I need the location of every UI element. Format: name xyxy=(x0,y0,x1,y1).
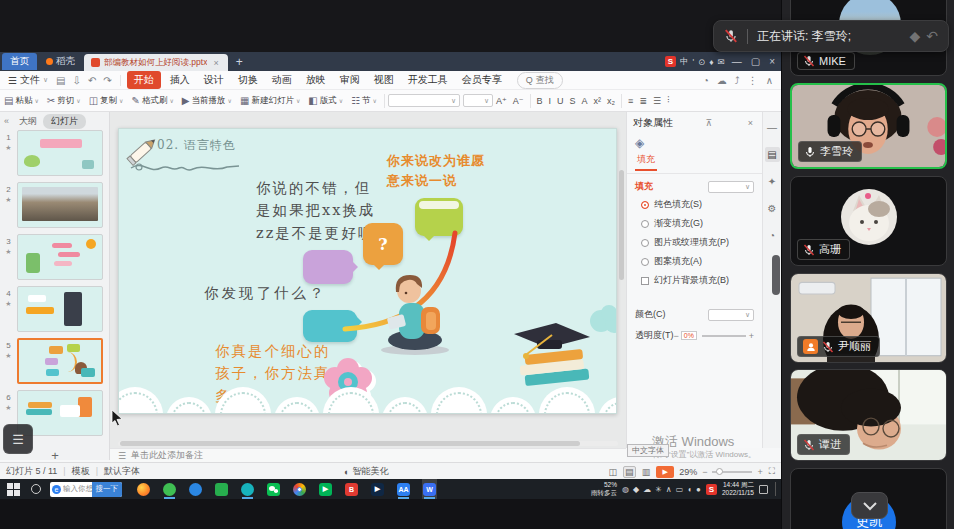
weather-widget[interactable]: 52% 雨转多云 xyxy=(591,481,617,497)
slide-thumb-row[interactable]: 4★ xyxy=(0,284,110,336)
menu-设计[interactable]: 设计 xyxy=(197,71,231,89)
format-x₂[interactable]: x₂ xyxy=(604,96,618,106)
restore-button[interactable]: ▢ xyxy=(751,56,760,67)
canvas-vertical-scrollbar[interactable] xyxy=(619,170,624,280)
wps-office[interactable]: W xyxy=(422,479,437,499)
participant-tile-yinshunli[interactable]: 尹顺丽 xyxy=(790,273,947,363)
fill-option[interactable]: 图片或纹理填充(P) xyxy=(627,233,762,252)
save-icon[interactable]: ▤ xyxy=(56,75,65,86)
slide-thumb-row[interactable]: 5★ xyxy=(0,336,110,388)
search-go-button[interactable]: 搜一下 xyxy=(92,482,123,497)
slide-thumbnail-2[interactable] xyxy=(17,182,103,228)
taskbar-search-box[interactable]: e 输入你想搜的 搜一下 xyxy=(50,482,122,497)
ime-glyph-2[interactable]: ⊙ xyxy=(698,57,705,67)
menu-会员专享[interactable]: 会员专享 xyxy=(455,71,509,89)
format-x²[interactable]: x² xyxy=(591,96,605,106)
slide-thumb-row[interactable]: 3★ xyxy=(0,232,110,284)
cortana-search-icon[interactable] xyxy=(31,484,41,494)
close-tab-icon[interactable]: × xyxy=(211,58,220,68)
app-green-circle[interactable] xyxy=(162,479,177,499)
participant-tile-lixueling[interactable]: 李雪玲 xyxy=(790,83,947,169)
app-green-square[interactable] xyxy=(214,479,229,499)
tray-icon-6[interactable]: ◖ xyxy=(687,485,692,494)
align-button-3[interactable]: ⫶ xyxy=(664,95,672,106)
menu-放映[interactable]: 放映 xyxy=(299,71,333,89)
tray-icon-2[interactable]: ☁ xyxy=(643,485,651,494)
participant-tile-gaoshan[interactable]: 高珊 xyxy=(790,176,947,266)
app-teal-circle[interactable] xyxy=(240,479,255,499)
slide-thumb-row[interactable]: 2★ xyxy=(0,180,110,232)
ribbon-复制[interactable]: ◫复制∨ xyxy=(85,95,128,107)
ime-glyph-1[interactable]: ' xyxy=(692,57,694,67)
menu-切换[interactable]: 切换 xyxy=(231,71,265,89)
checkbox-control[interactable] xyxy=(641,277,649,285)
strip-icon-1[interactable]: ▤ xyxy=(765,147,780,162)
radio-control[interactable] xyxy=(641,220,649,228)
ribbon-当前播放[interactable]: ▶当前播放∨ xyxy=(178,95,236,107)
share-icon[interactable]: ⤴ xyxy=(735,75,740,86)
transparency-minus-button[interactable]: − xyxy=(674,331,679,341)
show-desktop-button[interactable] xyxy=(775,482,777,496)
ribbon-版式[interactable]: ◧版式∨ xyxy=(304,95,347,107)
ribbon-新建幻灯片[interactable]: ▦新建幻灯片∨ xyxy=(236,95,304,107)
zoom-out-button[interactable]: − xyxy=(702,467,707,477)
back-arrow-icon[interactable]: ↶ xyxy=(926,28,938,44)
slide-thumbnail-5-active[interactable] xyxy=(17,338,103,384)
fill-option[interactable]: 渐变填充(G) xyxy=(627,214,762,233)
menu-审阅[interactable]: 审阅 xyxy=(333,71,367,89)
tab-home[interactable]: 首页 xyxy=(2,53,37,70)
font-size-select[interactable]: ∨ xyxy=(463,94,493,107)
video-play-app[interactable]: ▶ xyxy=(370,479,385,499)
beautify-button[interactable]: ◐ 智能美化 xyxy=(344,463,388,480)
menu-开发工具[interactable]: 开发工具 xyxy=(401,71,455,89)
redo-icon[interactable]: ↷ xyxy=(103,75,111,86)
fill-option[interactable]: 纯色填充(S) xyxy=(627,195,762,214)
increase-font-button[interactable]: A⁺ xyxy=(493,96,510,106)
tray-icon-0[interactable]: ◍ xyxy=(622,485,629,494)
menu-视图[interactable]: 视图 xyxy=(367,71,401,89)
ribbon-粘贴[interactable]: ▤粘贴∨ xyxy=(0,95,43,107)
transparency-plus-button[interactable]: + xyxy=(749,331,754,341)
radio-control[interactable] xyxy=(641,258,649,266)
slide-section-title[interactable]: 02. 语言特色 xyxy=(157,137,236,154)
firefox[interactable] xyxy=(136,479,151,499)
slide-sorter-view-icon[interactable]: ▤ xyxy=(623,466,636,478)
zoom-slider[interactable] xyxy=(712,471,752,473)
ribbon-格式刷[interactable]: ✎格式刷∨ xyxy=(128,95,178,107)
slide-text-replace-tip[interactable]: 你来说改为谁愿 意来说一说 xyxy=(387,151,485,191)
fill-option[interactable]: 幻灯片背景填充(B) xyxy=(627,271,762,290)
windows-start-button[interactable] xyxy=(7,483,20,496)
participant-tile-tanjin[interactable]: 谭进 xyxy=(790,369,947,461)
find-button[interactable]: Q 查找 xyxy=(517,72,563,89)
tray-icon-4[interactable]: ∧ xyxy=(666,485,672,494)
notification-center-icon[interactable] xyxy=(759,485,768,494)
sogou-tray-icon[interactable]: S xyxy=(706,484,717,495)
align-button-1[interactable]: ≣ xyxy=(636,96,650,106)
align-button-0[interactable]: ≡ xyxy=(625,96,636,106)
floating-toolbar-button[interactable]: ☰ xyxy=(3,424,33,454)
tray-icon-3[interactable]: ✳ xyxy=(655,485,662,494)
slide-thumbnail-1[interactable] xyxy=(17,130,103,176)
panel-resize-handle[interactable] xyxy=(772,255,780,295)
tab-outline[interactable]: 大纲 xyxy=(19,115,37,128)
status-font-info[interactable]: 默认字体 xyxy=(104,465,140,478)
ribbon-剪切[interactable]: ✂剪切∨ xyxy=(43,95,85,107)
pin-icon[interactable]: ⊼ xyxy=(703,118,716,128)
slide-thumbnail-4[interactable] xyxy=(17,286,103,332)
close-panel-icon[interactable]: × xyxy=(745,118,756,128)
ime-toolbar[interactable]: S 中 ' ⊙ ♦ ✉ xyxy=(665,56,725,68)
new-tab-button[interactable]: + xyxy=(228,55,251,69)
menu-动画[interactable]: 动画 xyxy=(265,71,299,89)
slide-thumbnail-3[interactable] xyxy=(17,234,103,280)
slideshow-play-button[interactable]: ▶ xyxy=(656,466,674,478)
tab-document[interactable]: 部编教材如何上好阅读.pptx × xyxy=(84,54,228,71)
reading-view-icon[interactable]: ▥ xyxy=(641,467,652,477)
undo-icon[interactable]: ↶ xyxy=(88,75,96,86)
more-icon[interactable]: ⋮ xyxy=(748,75,758,86)
font-family-select[interactable]: ∨ xyxy=(388,94,460,107)
app-blue-circle[interactable] xyxy=(188,479,203,499)
radio-control[interactable] xyxy=(641,239,649,247)
canvas-horizontal-scrollbar[interactable] xyxy=(118,441,618,446)
menu-开始[interactable]: 开始 xyxy=(127,71,161,89)
fullscreen-icon[interactable]: ⛶ xyxy=(768,466,776,477)
